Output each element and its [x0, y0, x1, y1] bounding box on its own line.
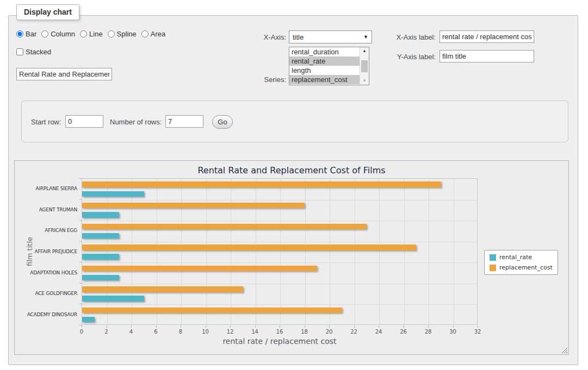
- plot-area: [82, 178, 478, 325]
- y-tick-mark: [79, 283, 82, 284]
- start-row-label: Start row:: [31, 118, 65, 126]
- chart-title-input[interactable]: [16, 68, 112, 80]
- bar-replacement_cost[interactable]: [82, 286, 243, 292]
- x-tick-mark: [329, 325, 330, 328]
- x-axis-select-label: X-Axis:: [237, 33, 286, 41]
- legend-label: replacement_cost: [499, 264, 553, 271]
- x-tick-label: 22: [350, 329, 357, 335]
- y-tick-mark: [79, 220, 82, 221]
- x-tick-mark: [404, 325, 404, 328]
- scroll-down-icon[interactable]: ▼: [360, 77, 369, 85]
- chart-type-label: Bar: [26, 30, 36, 38]
- chart-type-radio[interactable]: [108, 30, 115, 37]
- bar-rental_rate[interactable]: [82, 191, 144, 197]
- bar-rental_rate[interactable]: [82, 296, 144, 301]
- chart-title: Rental Rate and Replacement Cost of Film…: [15, 165, 568, 175]
- x-tick-label: 4: [129, 329, 133, 335]
- chart-type-option-spline[interactable]: Spline: [108, 30, 137, 38]
- x-tick-mark: [428, 325, 429, 328]
- x-axis-title: rental rate / replacement cost: [82, 337, 478, 346]
- chart-type-option-bar[interactable]: Bar: [16, 30, 36, 38]
- bar-rental_rate[interactable]: [82, 233, 119, 239]
- x-axis-label-input[interactable]: [440, 30, 534, 43]
- chart-type-radio[interactable]: [16, 30, 23, 37]
- series-scrollbar[interactable]: ▲ ▼: [360, 47, 369, 85]
- bar-replacement_cost[interactable]: [82, 308, 342, 313]
- num-rows-input[interactable]: [165, 115, 203, 128]
- stacked-option[interactable]: Stacked: [16, 48, 51, 56]
- bar-rental_rate[interactable]: [82, 254, 119, 259]
- legend-item[interactable]: replacement_cost: [490, 264, 553, 271]
- chart-legend: rental_ratereplacement_cost: [484, 250, 558, 275]
- y-tick-mark: [79, 241, 82, 242]
- x-tick-mark: [206, 325, 206, 328]
- series-option[interactable]: rental_rate: [289, 57, 360, 66]
- gridline: [404, 179, 405, 324]
- series-options: rental_durationrental_ratelengthreplacem…: [289, 47, 360, 85]
- series-multiselect[interactable]: rental_durationrental_ratelengthreplacem…: [289, 47, 369, 85]
- chart-type-option-area[interactable]: Area: [141, 30, 165, 38]
- resize-handle-icon[interactable]: [561, 347, 567, 353]
- legend-item[interactable]: rental_rate: [490, 254, 553, 261]
- chart-type-label: Area: [151, 30, 165, 38]
- bar-rental_rate[interactable]: [82, 212, 119, 217]
- x-tick-label: 24: [375, 329, 382, 335]
- bar-replacement_cost[interactable]: [82, 266, 317, 271]
- gridline: [355, 179, 355, 324]
- series-option[interactable]: replacement_cost: [289, 75, 360, 84]
- gridline: [107, 179, 108, 324]
- y-tick-mark: [79, 199, 82, 200]
- x-tick-label: 8: [179, 329, 182, 335]
- gridline: [157, 179, 157, 324]
- series-option[interactable]: rental_duration: [289, 47, 360, 57]
- gridline: [206, 179, 207, 324]
- chart-type-radio[interactable]: [141, 30, 148, 37]
- chart-type-radio-group: Bar Column Line Spline Area: [16, 30, 170, 38]
- x-tick-label: 2: [104, 329, 108, 335]
- x-axis-select[interactable]: title ▼: [289, 30, 372, 43]
- chart-type-label: Line: [89, 30, 103, 38]
- x-tick-mark: [255, 325, 256, 328]
- x-tick-mark: [107, 325, 107, 328]
- bar-replacement_cost[interactable]: [82, 181, 441, 187]
- stacked-checkbox[interactable]: [16, 48, 23, 55]
- x-tick-label: 18: [301, 329, 308, 335]
- y-category-label: AFFAIR PREJUDICE: [15, 249, 77, 254]
- series-select-label: Series:: [237, 76, 286, 84]
- x-tick-label: 16: [276, 329, 283, 335]
- gridline: [82, 262, 477, 263]
- x-tick-mark: [181, 325, 181, 328]
- gridline: [132, 179, 132, 324]
- scroll-up-icon[interactable]: ▲: [360, 47, 369, 55]
- x-tick-mark: [82, 325, 82, 328]
- chart-type-option-column[interactable]: Column: [41, 30, 75, 38]
- x-tick-label: 12: [227, 329, 234, 335]
- series-option[interactable]: length: [289, 66, 360, 75]
- x-tick-label: 30: [449, 329, 456, 335]
- gridline: [280, 179, 281, 324]
- y-category-label: ACADEMY DINOSAUR: [15, 312, 77, 317]
- gridline: [305, 179, 306, 324]
- x-tick-label: 14: [251, 329, 258, 335]
- x-tick-mark: [280, 325, 280, 328]
- bar-rental_rate[interactable]: [82, 275, 119, 280]
- legend-swatch: [490, 254, 496, 261]
- chart-type-option-line[interactable]: Line: [80, 30, 103, 38]
- bar-replacement_cost[interactable]: [82, 203, 305, 208]
- x-axis-label-label: X-Axis label:: [382, 33, 436, 41]
- bar-rental_rate[interactable]: [82, 317, 95, 322]
- x-tick-label: 32: [474, 329, 481, 335]
- go-button[interactable]: Go: [212, 115, 233, 129]
- gridline: [82, 200, 477, 200]
- scrollbar-thumb[interactable]: [361, 60, 368, 72]
- x-tick-mark: [131, 325, 132, 328]
- chart-type-radio[interactable]: [41, 30, 48, 37]
- chart-type-radio[interactable]: [80, 30, 87, 37]
- bar-replacement_cost[interactable]: [82, 244, 416, 250]
- start-row-input[interactable]: [65, 115, 103, 128]
- y-tick-mark: [79, 325, 82, 325]
- x-tick-mark: [478, 325, 478, 328]
- y-axis-label-input[interactable]: [440, 50, 534, 62]
- bar-replacement_cost[interactable]: [82, 224, 367, 229]
- x-tick-label: 20: [326, 329, 333, 335]
